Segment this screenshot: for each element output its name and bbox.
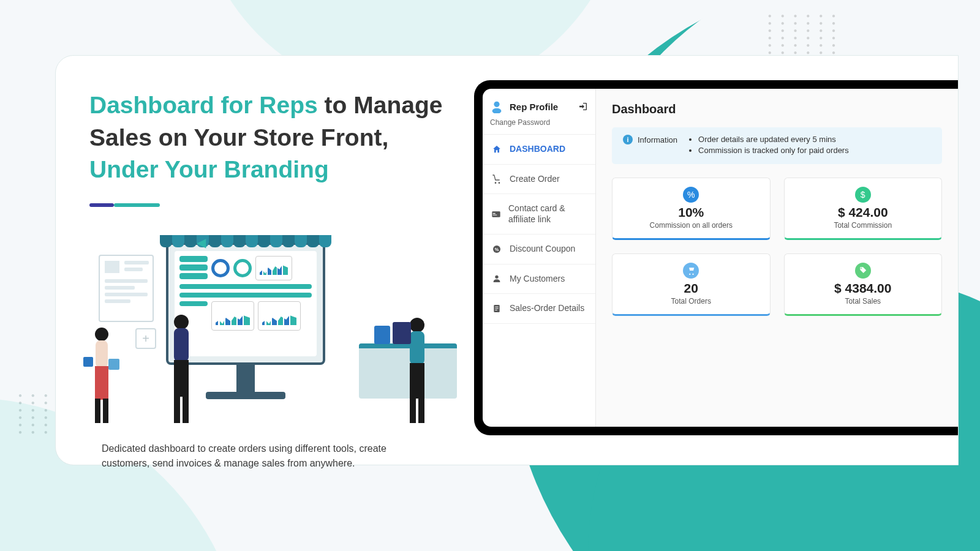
svg-rect-3 [95, 399, 100, 423]
svg-rect-14 [410, 363, 424, 399]
stat-label: Total Sales [793, 297, 933, 305]
stat-label: Total Commission [793, 221, 933, 230]
app-screen: Rep Profile Change Password DASHBOARDCre… [483, 89, 958, 427]
hero-heading: Dashboard for Reps to Manage Sales on Yo… [89, 89, 463, 186]
sidebar-item-label: Contact card & affiliate link [508, 203, 587, 225]
heading-accent-1: Dashboard for Reps [89, 92, 318, 118]
cart-icon [491, 174, 502, 184]
svg-rect-6 [108, 359, 119, 370]
info-bullet: Commission is tracked only for paid orde… [698, 146, 849, 155]
svg-text:%: % [495, 246, 499, 252]
stat-card-total-orders: 20Total Orders [612, 253, 771, 316]
profile-name: Rep Profile [510, 102, 572, 112]
svg-rect-26 [495, 306, 498, 307]
svg-rect-16 [418, 397, 424, 423]
sidebar: Rep Profile Change Password DASHBOARDCre… [483, 89, 596, 427]
sidebar-item-create-order[interactable]: Create Order [483, 165, 595, 195]
dots-decoration: ● ● ● ● ● ●● ● ● ● ● ●● ● ● ● ● ●● ● ● ●… [768, 12, 839, 56]
stat-label: Commission on all orders [621, 221, 761, 230]
svg-rect-8 [174, 328, 189, 362]
heading-accent-2: Under Your Branding [89, 156, 329, 182]
sidebar-item-label: My Customers [510, 274, 565, 285]
stat-value: $ 424.00 [793, 205, 933, 220]
person-illustration [80, 323, 123, 427]
accent-bar [89, 203, 463, 207]
card-icon [491, 209, 501, 219]
svg-rect-27 [495, 308, 498, 309]
percent-icon: % [683, 187, 699, 203]
sidebar-item-my-customers[interactable]: My Customers [483, 264, 595, 294]
sidebar-item-label: Sales-Order Details [510, 303, 584, 314]
info-banner: i Information Order details are updated … [612, 127, 942, 164]
svg-rect-13 [410, 331, 424, 365]
prev-arrow-icon[interactable]: ◀ [197, 235, 206, 250]
sidebar-item-label: Discount Coupon [510, 244, 575, 255]
svg-point-12 [410, 318, 424, 332]
sidebar-item-label: DASHBOARD [510, 144, 565, 155]
info-label-text: Information [638, 135, 677, 144]
stat-card-total-sales: $ 4384.00Total Sales [784, 253, 943, 316]
hero-illustration: + [74, 242, 423, 438]
stat-value: 10% [621, 205, 761, 220]
info-icon: i [623, 135, 633, 144]
avatar-icon [490, 100, 503, 113]
order-details-icon [491, 304, 502, 313]
stat-card-commission-on-all-orders: %10%Commission on all orders [612, 178, 771, 240]
sidebar-item-label: Create Order [510, 174, 560, 185]
sidebar-item-contact-card-affiliate-link[interactable]: Contact card & affiliate link [483, 194, 595, 234]
sidebar-nav: DASHBOARDCreate OrderContact card & affi… [483, 135, 595, 324]
svg-rect-28 [495, 310, 497, 310]
svg-rect-20 [493, 213, 496, 214]
page-title: Dashboard [612, 102, 942, 116]
stats-grid: %10%Commission on all orders$$ 424.00Tot… [612, 178, 942, 316]
svg-rect-5 [83, 357, 93, 367]
tablet-frame: Rep Profile Change Password DASHBOARDCre… [474, 80, 958, 435]
sidebar-item-dashboard[interactable]: DASHBOARD [483, 135, 595, 165]
home-icon [491, 144, 502, 154]
svg-point-18 [492, 108, 502, 113]
svg-rect-19 [492, 211, 500, 217]
svg-rect-4 [103, 399, 108, 423]
sidebar-item-sales-order-details[interactable]: Sales-Order Details [483, 294, 595, 324]
content-card: Dashboard for Reps to Manage Sales on Yo… [55, 55, 959, 465]
svg-rect-15 [410, 397, 416, 423]
info-label: i Information [623, 135, 677, 144]
svg-point-7 [174, 315, 189, 329]
stat-value: $ 4384.00 [793, 281, 933, 296]
stat-value: 20 [621, 281, 761, 296]
stat-label: Total Orders [621, 297, 761, 305]
main-panel: Dashboard i Information Order details ar… [596, 89, 958, 427]
stat-card-total-commission: $$ 424.00Total Commission [784, 178, 943, 240]
info-list: Order details are updated every 5 minsCo… [688, 135, 849, 157]
cart-stat-icon [683, 263, 699, 279]
info-bullet: Order details are updated every 5 mins [698, 135, 849, 144]
coupon-icon: % [491, 244, 502, 254]
svg-point-0 [95, 328, 108, 341]
customers-icon [491, 274, 502, 283]
svg-rect-2 [95, 366, 108, 400]
svg-point-17 [494, 102, 499, 107]
svg-rect-10 [174, 395, 180, 423]
tag-icon [855, 263, 871, 279]
svg-point-24 [495, 276, 498, 279]
logout-icon[interactable] [578, 102, 588, 111]
svg-rect-21 [493, 214, 497, 215]
profile-row: Rep Profile [483, 89, 595, 118]
person-illustration [157, 311, 206, 427]
svg-rect-1 [96, 340, 108, 368]
dollar-icon: $ [855, 187, 871, 203]
svg-rect-11 [183, 395, 189, 423]
svg-rect-9 [174, 360, 189, 397]
sidebar-item-discount-coupon[interactable]: %Discount Coupon [483, 234, 595, 264]
change-password-link[interactable]: Change Password [483, 118, 595, 135]
hero-subtext: Dedicated dashboard to create orders usi… [102, 441, 408, 471]
